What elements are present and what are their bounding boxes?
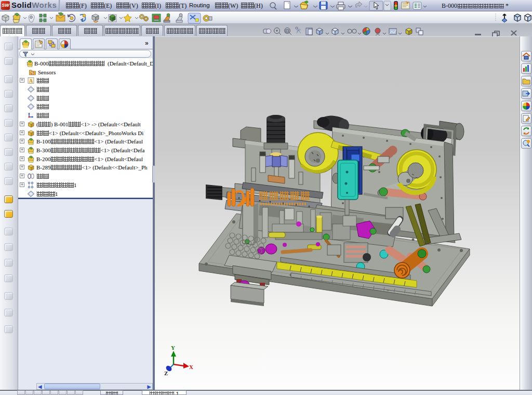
- svg-text:Z: Z: [164, 370, 168, 376]
- svg-text:Y: Y: [171, 345, 175, 351]
- svg-text:X: X: [189, 364, 193, 370]
- svg-text:A: A: [29, 78, 33, 84]
